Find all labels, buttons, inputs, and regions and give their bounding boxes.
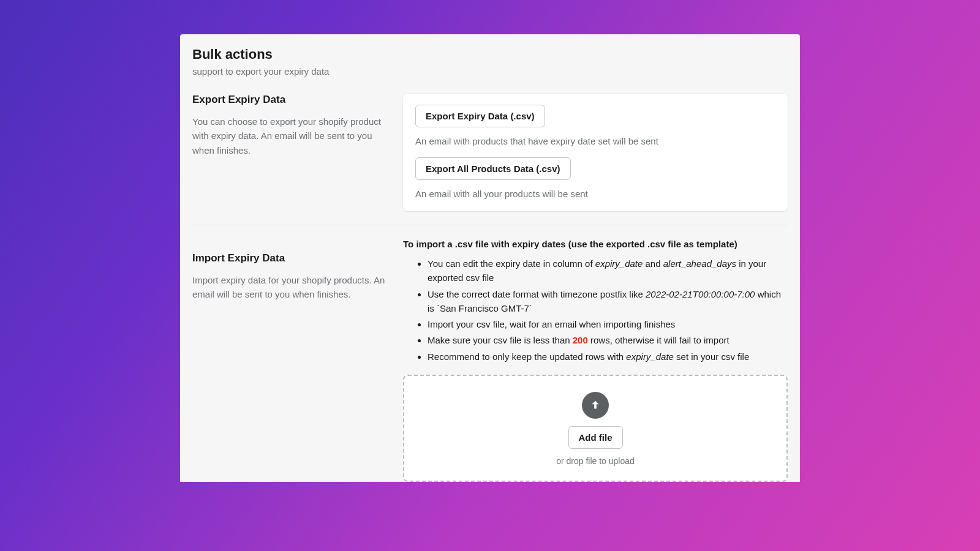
add-file-button[interactable]: Add file (568, 426, 623, 449)
page-title: Bulk actions (192, 47, 788, 62)
export-section: Export Expiry Data You can choose to exp… (192, 94, 788, 211)
import-title: Import Expiry Data (192, 252, 388, 264)
export-desc: You can choose to export your shopify pr… (192, 114, 388, 157)
drop-hint: or drop file to upload (556, 456, 635, 466)
import-bullet-2: Use the correct date format with timezon… (428, 287, 788, 316)
import-bullet-5: Recommend to only keep the updated rows … (428, 350, 788, 364)
export-all-hint: An email with all your products will be … (415, 189, 775, 199)
page-subtitle: support to export your expiry data (192, 66, 788, 77)
export-left: Export Expiry Data You can choose to exp… (192, 94, 388, 211)
export-title: Export Expiry Data (192, 94, 388, 106)
export-expiry-hint: An email with products that have expiry … (415, 136, 775, 146)
import-right: To import a .csv file with expiry dates … (403, 239, 788, 482)
import-bullet-1: You can edit the expiry date in column o… (428, 257, 788, 285)
upload-arrow-icon (582, 392, 609, 419)
export-right: Export Expiry Data (.csv) An email with … (403, 94, 788, 211)
import-left: Import Expiry Data Import expiry data fo… (192, 239, 388, 482)
export-all-button[interactable]: Export All Products Data (.csv) (415, 157, 571, 180)
export-expiry-button[interactable]: Export Expiry Data (.csv) (415, 105, 545, 127)
import-bullet-3: Import your csv file, wait for an email … (428, 317, 788, 331)
export-card: Export Expiry Data (.csv) An email with … (403, 94, 788, 211)
import-desc: Import expiry data for your shopify prod… (192, 273, 388, 302)
bulk-actions-panel: Bulk actions support to export your expi… (180, 34, 800, 482)
file-dropzone[interactable]: Add file or drop file to upload (403, 375, 788, 482)
import-heading: To import a .csv file with expiry dates … (403, 239, 788, 249)
import-bullets: You can edit the expiry date in column o… (403, 257, 788, 364)
import-bullet-4: Make sure your csv file is less than 200… (428, 333, 788, 347)
import-section: Import Expiry Data Import expiry data fo… (192, 225, 788, 482)
